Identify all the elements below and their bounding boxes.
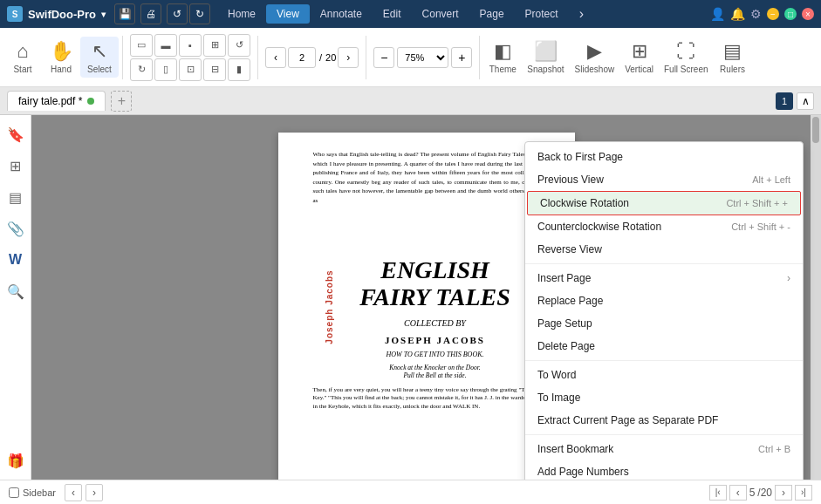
status-nav-arrows: ‹ › [65,484,103,501]
maximize-button[interactable]: □ [784,8,797,20]
pdf-main-title: ENGLISHFAIRY TALES [313,257,558,311]
sidebar-toggle[interactable]: Sidebar [9,487,56,498]
next-arrow-button[interactable]: › [86,484,103,501]
zoom-level-select[interactable]: 75% 50% 100% 125% 150% [397,47,448,68]
current-page-input[interactable] [288,47,316,68]
ctx-label: To Word [537,369,576,381]
status-prev-button[interactable]: ‹ [729,485,747,501]
ctx-label: Back to First Page [537,151,623,163]
tool-hand[interactable]: ✋ Hand [42,37,80,78]
sub-btn-3[interactable]: ▪ [179,34,202,57]
sub-btn-6[interactable]: ↻ [130,58,153,81]
pdf-collected-by: COLLECTED BY [313,318,558,328]
tool-vertical[interactable]: ⊞ Vertical [619,37,659,78]
theme-label: Theme [489,65,517,74]
add-tab-button[interactable]: + [111,91,132,112]
prev-arrow-button[interactable]: ‹ [65,484,82,501]
ctx-extract-pdf[interactable]: Extract Current Page as Separate PDF [525,409,803,432]
total-pages: 20 [325,52,336,63]
save-icon[interactable]: 💾 [114,3,135,24]
ctx-label: Counterclockwise Rotation [537,221,661,233]
ctx-replace-page[interactable]: Replace Page [525,289,803,312]
close-button[interactable]: × [802,8,814,20]
status-next-button[interactable]: › [775,485,792,501]
divider-3 [366,36,366,79]
sub-btn-1[interactable]: ▭ [130,34,153,57]
sidebar-bookmark[interactable]: 🔖 [3,122,28,146]
sub-btn-10[interactable]: ▮ [228,58,250,81]
menu-home[interactable]: Home [217,4,266,24]
scrollbar-thumb[interactable] [812,117,819,143]
sidebar-word[interactable]: W [3,248,28,272]
sub-btn-4[interactable]: ⊞ [203,34,226,57]
ctx-to-word[interactable]: To Word [525,364,803,386]
tool-fullscreen[interactable]: ⛶ Full Screen [659,37,714,78]
snapshot-icon: ⬜ [534,40,558,63]
ctx-label: Page Setup [537,317,592,330]
sidebar-attachment[interactable]: 📎 [3,216,28,241]
sidebar-grid[interactable]: ⊞ [3,153,28,178]
menu-view[interactable]: View [266,4,310,24]
sidebar-checkbox[interactable] [9,487,19,498]
user-icon[interactable]: 👤 [710,7,725,21]
sub-btn-2[interactable]: ▬ [154,34,177,57]
hand-label: Hand [51,65,72,74]
ctx-reverse-view[interactable]: Reverse View [525,238,803,261]
ctx-delete-page[interactable]: Delete Page [525,335,803,358]
rulers-icon: ▤ [723,40,742,63]
undo-button[interactable]: ↺ [167,3,188,24]
ctx-back-to-first[interactable]: Back to First Page [525,146,803,168]
menu-convert[interactable]: Convert [412,4,469,24]
ctx-label: Replace Page [537,295,603,307]
ctx-counterclockwise-rotation[interactable]: Counterclockwise Rotation Ctrl + Shift +… [525,215,803,238]
sub-btn-5[interactable]: ↺ [228,34,250,57]
tool-select[interactable]: ↖ Select [80,37,119,78]
sub-btn-8[interactable]: ⊡ [179,58,202,81]
zoom-in-button[interactable]: + [451,47,472,68]
menu-annotate[interactable]: Annotate [310,4,373,24]
minimize-button[interactable]: − [767,8,779,20]
tab-fairy-tale[interactable]: fairy tale.pdf * [7,91,106,111]
app-logo[interactable]: S SwifDoo-Pro ▾ [7,6,106,22]
tab-nav-up[interactable]: ∧ [797,92,814,110]
ctx-insert-bookmark[interactable]: Insert Bookmark Ctrl + B [525,438,803,460]
undo-redo-group: ↺ ↻ [167,3,210,24]
zoom-out-button[interactable]: − [373,47,394,68]
sub-btn-7[interactable]: ▯ [154,58,177,81]
ctx-insert-page[interactable]: Insert Page › [525,267,803,289]
menu-page[interactable]: Page [469,4,515,24]
tool-theme[interactable]: ◧ Theme [483,37,522,78]
print-icon[interactable]: 🖨 [140,3,161,24]
tool-start[interactable]: ⌂ Start [3,37,42,78]
ctx-to-image[interactable]: To Image [525,386,803,409]
pdf-vertical-title: Joseph Jacobs [325,269,334,344]
tool-slideshow[interactable]: ▶ Slideshow [570,37,620,78]
settings-icon[interactable]: ⚙ [750,7,762,21]
redo-button[interactable]: ↻ [189,3,210,24]
ctx-clockwise-rotation[interactable]: Clockwise Rotation Ctrl + Shift + + [527,191,801,215]
menu-edit[interactable]: Edit [373,4,412,24]
pdf-how-to: HOW TO GET INTO THIS BOOK. [313,351,558,358]
menu-more[interactable]: › [569,3,594,25]
last-page-button[interactable]: ›| [795,485,812,501]
ctx-previous-view[interactable]: Previous View Alt + Left [525,168,803,191]
app-dropdown-arrow[interactable]: ▾ [101,10,106,19]
ctx-page-setup[interactable]: Page Setup [525,312,803,335]
ctx-add-page-numbers[interactable]: Add Page Numbers [525,460,803,480]
status-bar: Sidebar ‹ › |‹ ‹ 5 /20 › ›| [0,480,821,504]
ctx-label: Add Page Numbers [537,466,629,478]
bell-icon[interactable]: 🔔 [730,7,745,21]
sidebar-search[interactable]: 🔍 [3,279,28,303]
sub-row-1: ▭ ▬ ▪ ⊞ ↺ [130,34,250,57]
scrollbar[interactable] [811,115,821,480]
pdf-how-to-sub: Knock at the Knocker on the Door.Pull th… [313,364,558,379]
first-page-button[interactable]: |‹ [709,485,727,501]
prev-page-button[interactable]: ‹ [265,47,286,68]
sidebar-layers[interactable]: ▤ [3,185,28,209]
tool-rulers[interactable]: ▤ Rulers [714,37,752,78]
menu-protect[interactable]: Protect [515,4,569,24]
tool-snapshot[interactable]: ⬜ Snapshot [522,37,569,78]
sub-btn-9[interactable]: ⊟ [203,58,226,81]
next-page-button[interactable]: › [338,47,359,68]
sidebar-gift[interactable]: 🎁 [3,448,28,473]
